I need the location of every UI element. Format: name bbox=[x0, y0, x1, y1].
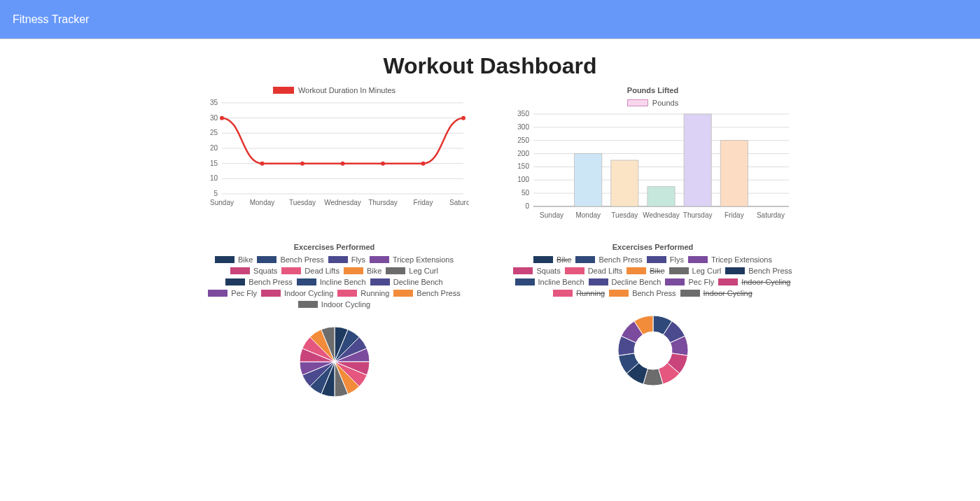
svg-text:50: 50 bbox=[522, 189, 530, 197]
legend-label: Bench Press bbox=[632, 289, 676, 297]
legend-item[interactable]: Incline Bench bbox=[297, 278, 366, 286]
legend-item[interactable]: Incline Bench bbox=[515, 278, 584, 286]
svg-point-21 bbox=[220, 116, 224, 120]
bar-chart-card: Pounds Lifted Pounds 0501001502002503003… bbox=[511, 86, 794, 222]
pie-chart-title: Excercises Performed bbox=[294, 243, 375, 251]
legend-item[interactable]: Dead Lifts bbox=[281, 267, 340, 275]
svg-text:Wednesday: Wednesday bbox=[324, 199, 361, 206]
legend-swatch bbox=[298, 301, 318, 308]
legend-item[interactable]: Leg Curl bbox=[386, 267, 438, 275]
legend-swatch bbox=[273, 87, 294, 94]
doughnut-chart-legend: BikeBench PressFlysTricep ExtensionsSqua… bbox=[513, 255, 793, 297]
line-chart-legend[interactable]: Workout Duration In Minutes bbox=[273, 86, 396, 94]
svg-text:Friday: Friday bbox=[724, 211, 744, 219]
dashboard-grid: Workout Duration In Minutes 510152025303… bbox=[200, 86, 780, 411]
legend-item[interactable]: Flys bbox=[647, 255, 684, 264]
legend-swatch bbox=[665, 278, 685, 285]
svg-text:0: 0 bbox=[525, 202, 529, 210]
legend-item[interactable]: Bike bbox=[533, 255, 571, 264]
svg-text:Friday: Friday bbox=[414, 199, 433, 206]
svg-text:300: 300 bbox=[517, 123, 529, 131]
legend-label: Pec Fly bbox=[231, 289, 257, 297]
page-title: Workout Dashboard bbox=[0, 53, 980, 79]
legend-label: Bike bbox=[367, 267, 382, 275]
legend-item[interactable]: Squats bbox=[230, 267, 277, 275]
legend-item[interactable]: Pec Fly bbox=[208, 289, 257, 297]
legend-item[interactable]: Indoor Cycling bbox=[298, 300, 370, 309]
legend-item[interactable]: Dead Lifts bbox=[565, 267, 623, 275]
legend-label: Workout Duration In Minutes bbox=[298, 86, 396, 94]
legend-label: Running bbox=[576, 289, 605, 297]
pie-chart-card: Excercises Performed BikeBench PressFlys… bbox=[200, 243, 469, 411]
legend-item[interactable]: Decline Bench bbox=[589, 278, 662, 286]
legend-item[interactable]: Bench Press bbox=[257, 255, 323, 264]
legend-item[interactable]: Flys bbox=[328, 255, 365, 264]
app-title: Fitness Tracker bbox=[13, 13, 89, 26]
legend-swatch bbox=[609, 290, 629, 297]
svg-text:Tuesday: Tuesday bbox=[289, 199, 316, 206]
legend-swatch bbox=[328, 256, 348, 263]
svg-text:Wednesday: Wednesday bbox=[643, 211, 680, 219]
pie-chart-legend: BikeBench PressFlysTricep ExtensionsSqua… bbox=[200, 255, 469, 309]
svg-text:200: 200 bbox=[517, 150, 529, 157]
legend-swatch bbox=[669, 267, 689, 274]
legend-swatch bbox=[627, 99, 648, 106]
bar-chart: 050100150200250300350SundayMondayTuesday… bbox=[511, 110, 794, 222]
legend-label: Incline Bench bbox=[320, 278, 366, 286]
legend-swatch bbox=[533, 256, 553, 263]
legend-item[interactable]: Tricep Extensions bbox=[688, 255, 772, 264]
legend-item[interactable]: Bench Press bbox=[225, 278, 292, 286]
legend-item[interactable]: Bench Press bbox=[575, 255, 642, 264]
legend-swatch bbox=[647, 256, 666, 263]
svg-text:350: 350 bbox=[517, 110, 529, 118]
legend-item[interactable]: Running bbox=[337, 289, 389, 297]
legend-item[interactable]: Leg Curl bbox=[669, 267, 722, 275]
legend-swatch bbox=[208, 290, 227, 297]
svg-text:10: 10 bbox=[210, 174, 218, 182]
legend-item[interactable]: Indoor Cycling bbox=[680, 289, 752, 297]
legend-label: Leg Curl bbox=[692, 267, 722, 275]
legend-label: Indoor Cycling bbox=[741, 278, 790, 286]
svg-text:Saturday: Saturday bbox=[449, 199, 469, 206]
legend-item[interactable]: Decline Bench bbox=[370, 278, 443, 286]
legend-label: Leg Curl bbox=[409, 267, 438, 275]
legend-label: Decline Bench bbox=[393, 278, 443, 286]
legend-item[interactable]: Running bbox=[553, 289, 605, 297]
legend-label: Bench Press bbox=[280, 255, 323, 264]
app-header: Fitness Tracker bbox=[0, 0, 980, 39]
doughnut-chart-title: Excercises Performed bbox=[612, 243, 694, 251]
legend-item[interactable]: Pec Fly bbox=[665, 278, 714, 286]
legend-item[interactable]: Bike bbox=[215, 255, 253, 264]
legend-label: Pounds bbox=[652, 99, 678, 107]
legend-swatch bbox=[370, 278, 390, 285]
bar-chart-title: Pounds Lifted bbox=[627, 86, 678, 94]
legend-item[interactable]: Indoor Cycling bbox=[718, 278, 790, 286]
svg-point-22 bbox=[260, 162, 265, 166]
legend-item[interactable]: Bike bbox=[626, 267, 664, 275]
legend-item[interactable]: Indoor Cycling bbox=[261, 289, 333, 297]
legend-swatch bbox=[215, 256, 234, 263]
svg-text:Monday: Monday bbox=[575, 211, 601, 219]
legend-swatch bbox=[257, 256, 276, 263]
line-chart: 5101520253035SundayMondayTuesdayWednesda… bbox=[200, 97, 469, 209]
legend-swatch bbox=[589, 278, 608, 285]
legend-item[interactable]: Squats bbox=[513, 267, 560, 275]
legend-item[interactable]: Tricep Extensions bbox=[370, 255, 454, 264]
legend-label: Bench Press bbox=[598, 255, 642, 264]
svg-text:150: 150 bbox=[517, 162, 529, 170]
svg-rect-46 bbox=[575, 154, 602, 206]
bar-chart-legend[interactable]: Pounds bbox=[627, 99, 678, 107]
legend-label: Tricep Extensions bbox=[711, 255, 772, 264]
legend-label: Flys bbox=[351, 255, 365, 264]
legend-item[interactable]: Bench Press bbox=[725, 267, 792, 275]
legend-swatch bbox=[565, 267, 584, 274]
legend-item[interactable]: Bike bbox=[344, 267, 382, 275]
doughnut-chart bbox=[604, 302, 702, 400]
legend-item[interactable]: Bench Press bbox=[609, 289, 676, 297]
legend-swatch bbox=[515, 278, 535, 285]
legend-label: Bike bbox=[650, 267, 664, 275]
legend-item[interactable]: Bench Press bbox=[393, 289, 460, 297]
svg-point-23 bbox=[300, 162, 304, 166]
legend-swatch bbox=[225, 278, 245, 285]
legend-label: Decline Bench bbox=[612, 278, 662, 286]
